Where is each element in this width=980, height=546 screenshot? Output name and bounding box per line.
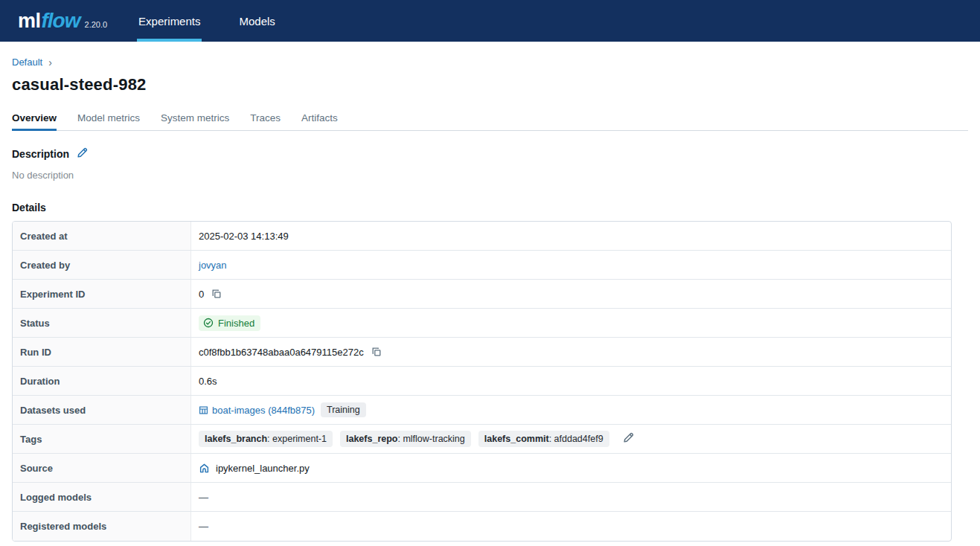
page-title: casual-steed-982	[12, 75, 968, 94]
table-row-created-by: Created by jovyan	[13, 251, 951, 280]
dataset-link-text: boat-images (844fb875)	[212, 405, 315, 416]
table-row-datasets-used: Datasets used boat-images (844fb875) Tra…	[13, 396, 951, 425]
row-label: Run ID	[13, 338, 191, 366]
top-navbar: mlflow 2.20.0 Experiments Models	[0, 0, 980, 42]
copy-icon	[211, 289, 222, 299]
row-label: Experiment ID	[13, 280, 191, 308]
nav-tab-experiments[interactable]: Experiments	[137, 0, 202, 42]
logged-models-empty-value: —	[199, 492, 208, 503]
tag-key: lakefs_repo	[346, 434, 397, 444]
tag-separator: :	[267, 434, 272, 444]
run-tabs: Overview Model metrics System metrics Tr…	[12, 112, 968, 131]
edit-description-button[interactable]	[77, 147, 88, 161]
tab-artifacts[interactable]: Artifacts	[301, 112, 338, 130]
tab-system-metrics[interactable]: System metrics	[161, 112, 229, 130]
duration-value: 0.6s	[199, 376, 217, 387]
tag-separator: :	[549, 434, 554, 444]
dataset-context-badge: Training	[321, 402, 366, 417]
tag-pill: lakefs_branch: experiment-1	[199, 431, 333, 447]
table-row-created-at: Created at 2025-02-03 14:13:49	[13, 222, 951, 251]
row-label: Duration	[13, 367, 191, 395]
created-by-user-link[interactable]: jovyan	[199, 260, 227, 271]
dataset-table-icon	[199, 405, 208, 415]
created-at-value: 2025-02-03 14:13:49	[199, 231, 289, 242]
run-overview-page: Default › casual-steed-982 Overview Mode…	[0, 57, 980, 542]
tab-model-metrics[interactable]: Model metrics	[77, 112, 140, 130]
experiment-id-value: 0	[199, 289, 204, 300]
table-row-status: Status Finished	[13, 309, 951, 338]
no-description-text: No description	[12, 170, 968, 181]
row-label: Tags	[13, 425, 191, 453]
dataset-link[interactable]: boat-images (844fb875)	[199, 405, 315, 416]
breadcrumb-chevron-icon: ›	[48, 57, 52, 68]
logo-ml-text: ml	[18, 10, 41, 33]
registered-models-empty-value: —	[199, 521, 208, 532]
nav-tab-experiments-label: Experiments	[138, 15, 200, 28]
pencil-icon	[77, 147, 88, 161]
notebook-home-icon	[199, 463, 210, 474]
breadcrumb: Default ›	[12, 57, 968, 68]
row-label: Datasets used	[13, 396, 191, 424]
copy-run-id-button[interactable]	[371, 347, 382, 357]
tab-traces[interactable]: Traces	[250, 112, 281, 130]
tag-separator: :	[397, 434, 403, 444]
description-section-header: Description	[12, 147, 968, 161]
run-id-value: c0f8fbb1b63748abaa0a6479115e272c	[199, 347, 364, 358]
row-label: Created at	[13, 222, 191, 250]
tag-value: afddad4fef9	[554, 434, 603, 444]
copy-icon	[371, 347, 382, 357]
details-table: Created at 2025-02-03 14:13:49 Created b…	[12, 221, 952, 542]
table-row-source: Source ipykernel_launcher.py	[13, 454, 951, 483]
table-row-run-id: Run ID c0f8fbb1b63748abaa0a6479115e272c	[13, 338, 951, 367]
tag-pill: lakefs_commit: afddad4fef9	[478, 431, 609, 447]
logo-flow-text: flow	[42, 9, 80, 33]
description-heading: Description	[12, 148, 69, 160]
version-label: 2.20.0	[85, 20, 108, 29]
breadcrumb-experiment-link[interactable]: Default	[12, 57, 42, 68]
copy-experiment-id-button[interactable]	[211, 289, 222, 299]
source-file-name: ipykernel_launcher.py	[216, 463, 310, 474]
tag-key: lakefs_commit	[484, 434, 549, 444]
mlflow-logo[interactable]: mlflow 2.20.0	[18, 0, 107, 42]
nav-tab-models-label: Models	[239, 15, 275, 28]
status-badge: Finished	[199, 315, 260, 331]
tag-key: lakefs_branch	[205, 434, 267, 444]
tag-pill: lakefs_repo: mlflow-tracking	[340, 431, 471, 447]
row-label: Source	[13, 454, 191, 482]
nav-tab-models[interactable]: Models	[237, 0, 276, 42]
row-label: Created by	[13, 251, 191, 279]
table-row-experiment-id: Experiment ID 0	[13, 280, 951, 309]
edit-tags-button[interactable]	[623, 432, 634, 446]
table-row-logged-models: Logged models —	[13, 483, 951, 512]
check-circle-icon	[203, 318, 214, 328]
row-label: Logged models	[13, 483, 191, 511]
status-text: Finished	[218, 318, 254, 329]
row-label: Status	[13, 309, 191, 337]
table-row-tags: Tags lakefs_branch: experiment-1 lakefs_…	[13, 425, 951, 454]
table-row-registered-models: Registered models —	[13, 512, 951, 541]
details-heading: Details	[12, 202, 968, 213]
tab-overview[interactable]: Overview	[12, 112, 57, 130]
tag-value: experiment-1	[272, 434, 327, 444]
tag-value: mlflow-tracking	[403, 434, 464, 444]
row-label: Registered models	[13, 512, 191, 541]
pencil-icon	[623, 432, 634, 446]
table-row-duration: Duration 0.6s	[13, 367, 951, 396]
navbar-tabs: Experiments Models	[137, 0, 313, 42]
